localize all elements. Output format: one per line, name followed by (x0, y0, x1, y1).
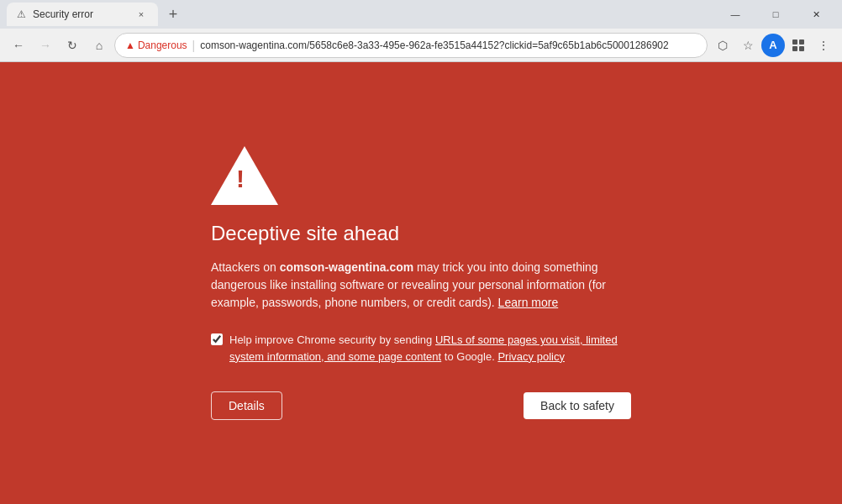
nav-right-icons: ⬡ ☆ A ⋮ (711, 34, 835, 57)
checkbox-section: Help improve Chrome security by sending … (211, 332, 631, 365)
bookmark-star-icon[interactable]: ☆ (736, 34, 760, 57)
warning-triangle-large-icon (211, 146, 278, 205)
details-button[interactable]: Details (211, 391, 282, 420)
error-content: Deceptive site ahead Attackers on comson… (194, 129, 648, 437)
minimize-button[interactable]: — (716, 0, 755, 29)
profile-avatar[interactable]: A (761, 34, 785, 57)
dangerous-label: Dangerous (138, 39, 187, 51)
refresh-button[interactable]: ↻ (61, 34, 84, 57)
tab-close-button[interactable]: × (134, 8, 148, 21)
forward-button: → (34, 34, 57, 57)
button-row: Details Back to safety (211, 391, 631, 420)
error-description: Attackers on comson-wagentina.com may tr… (211, 259, 631, 312)
warning-triangle-icon: ▲ (125, 39, 135, 51)
profile-letter: A (769, 39, 776, 51)
menu-icon[interactable]: ⋮ (812, 34, 835, 57)
url-text: comson-wagentina.com/5658c6e8-3a33-495e-… (200, 39, 697, 51)
new-tab-button[interactable]: + (161, 3, 185, 26)
improve-security-checkbox[interactable] (211, 333, 223, 345)
error-page: Deceptive site ahead Attackers on comson… (0, 62, 842, 504)
extensions-icon[interactable] (787, 34, 810, 57)
tab-security-icon: ⚠ (17, 8, 26, 20)
title-bar: ⚠ Security error × + — □ ✕ (0, 0, 842, 29)
error-domain: comson-wagentina.com (280, 260, 413, 274)
checkbox-text-middle: to Google. (441, 350, 495, 363)
back-to-safety-button[interactable]: Back to safety (524, 392, 631, 419)
tab-title: Security error (33, 8, 128, 20)
checkbox-label: Help improve Chrome security by sending … (229, 332, 631, 365)
maximize-button[interactable]: □ (756, 0, 795, 29)
address-bar[interactable]: ▲ Dangerous | comson-wagentina.com/5658c… (114, 33, 708, 58)
privacy-policy-link[interactable]: Privacy policy (497, 350, 564, 363)
svg-rect-0 (792, 39, 797, 45)
learn-more-link[interactable]: Learn more (498, 296, 559, 309)
svg-rect-1 (799, 39, 804, 45)
active-tab[interactable]: ⚠ Security error × (7, 3, 158, 26)
description-before-domain: Attackers on (211, 260, 280, 274)
home-button[interactable]: ⌂ (87, 34, 111, 57)
address-divider: | (192, 39, 196, 52)
navigation-bar: ← → ↻ ⌂ ▲ Dangerous | comson-wagentina.c… (0, 29, 842, 62)
checkbox-text-before: Help improve Chrome security by sending (229, 333, 435, 346)
window-controls: — □ ✕ (716, 0, 835, 29)
tab-bar: ⚠ Security error × + (7, 3, 716, 26)
svg-rect-3 (799, 46, 804, 51)
warning-icon-container (211, 146, 631, 208)
screen-cast-icon[interactable]: ⬡ (711, 34, 734, 57)
error-title: Deceptive site ahead (211, 222, 631, 245)
back-button[interactable]: ← (7, 34, 30, 57)
security-badge[interactable]: ▲ Dangerous (125, 39, 187, 51)
browser-window: ⚠ Security error × + — □ ✕ ← → ↻ ⌂ ▲ Dan… (0, 0, 842, 504)
svg-rect-2 (792, 46, 797, 51)
close-window-button[interactable]: ✕ (797, 0, 835, 29)
